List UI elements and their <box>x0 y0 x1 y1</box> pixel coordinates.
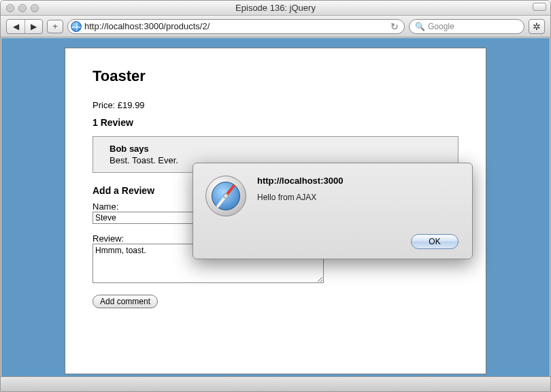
url-bar[interactable]: http://localhost:3000/products/2/ ↻ <box>67 19 405 34</box>
zoom-icon[interactable] <box>31 4 39 12</box>
add-comment-button[interactable]: Add comment <box>93 295 158 308</box>
titlebar[interactable]: Episode 136: jQuery <box>1 1 550 16</box>
nav-buttons: ◀ ▶ <box>6 19 43 34</box>
window-title: Episode 136: jQuery <box>1 3 550 13</box>
minimize-icon[interactable] <box>18 4 27 12</box>
toolbar-toggle-icon[interactable] <box>533 3 546 11</box>
price-label: Price: £19.99 <box>93 100 458 110</box>
search-placeholder: Google <box>428 22 454 31</box>
safari-icon <box>205 176 246 216</box>
forward-button[interactable]: ▶ <box>24 20 42 33</box>
reload-icon[interactable]: ↻ <box>390 21 399 32</box>
add-bookmark-button[interactable]: + <box>47 20 63 33</box>
search-bar[interactable]: 🔍 Google <box>409 19 524 34</box>
ok-button[interactable]: OK <box>411 234 458 249</box>
alert-message: Hello from AJAX <box>257 193 458 202</box>
search-icon: 🔍 <box>415 22 425 31</box>
site-icon <box>71 21 82 32</box>
close-icon[interactable] <box>6 4 14 12</box>
alert-dialog: http://localhost:3000 Hello from AJAX OK <box>193 163 473 259</box>
browser-window: Episode 136: jQuery ◀ ▶ + http://localho… <box>0 0 551 392</box>
back-button[interactable]: ◀ <box>7 20 24 33</box>
window-controls <box>1 4 39 12</box>
reviews-heading: 1 Review <box>93 117 458 128</box>
url-text: http://localhost:3000/products/2/ <box>84 21 388 31</box>
alert-title: http://localhost:3000 <box>257 176 458 186</box>
bug-button[interactable]: ✲ <box>529 19 545 34</box>
browser-toolbar: ◀ ▶ + http://localhost:3000/products/2/ … <box>1 16 550 37</box>
status-bar <box>1 376 550 391</box>
product-title: Toaster <box>93 67 458 85</box>
review-author: Bob says <box>110 144 441 154</box>
